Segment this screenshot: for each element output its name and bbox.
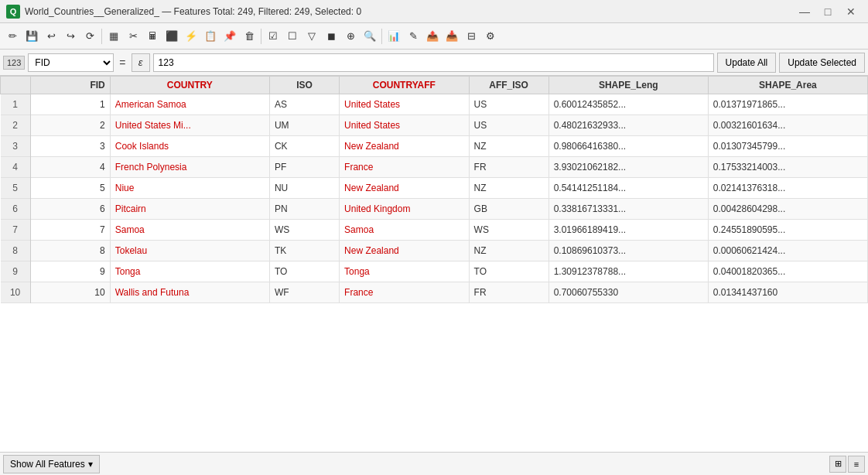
country-cell: Samoa: [110, 220, 269, 241]
title-bar: Q World_Countries__Generalized_ — Featur…: [0, 0, 868, 23]
table-row[interactable]: 33Cook IslandsCKNew ZealandNZ0.980664163…: [1, 136, 868, 157]
save-button[interactable]: 💾: [22, 27, 41, 46]
table-row[interactable]: 55NiueNUNew ZealandNZ0.54141251184...0.0…: [1, 178, 868, 199]
row-num-header: [1, 77, 31, 94]
shape-area-cell: 0.02141376318...: [708, 178, 867, 199]
add-col-button[interactable]: ▦: [104, 27, 123, 46]
country-cell: Niue: [110, 178, 269, 199]
equals-sign: =: [117, 56, 128, 69]
row-number: 8: [1, 241, 31, 261]
iso-header[interactable]: ISO: [269, 77, 339, 94]
countryaff-cell: France: [340, 157, 470, 178]
reload-button[interactable]: ⟳: [80, 27, 99, 46]
iso-cell: CK: [269, 136, 339, 157]
shape-leng-cell: 0.98066416380...: [548, 136, 708, 157]
aff-iso-header[interactable]: AFF_ISO: [469, 77, 548, 94]
edit2-button[interactable]: ✎: [404, 27, 422, 46]
table-header-row: FID COUNTRY ISO COUNTRYAFF AFF_ISO SHAPE…: [1, 77, 868, 94]
list-icon-button[interactable]: ≡: [848, 456, 865, 473]
row-number: 10: [1, 282, 31, 303]
pan-button[interactable]: 🔍: [361, 27, 379, 46]
separator-3: [381, 29, 382, 44]
shape-area-cell: 0.01371971865...: [708, 94, 867, 115]
aff-iso-cell: FR: [469, 157, 548, 178]
stats-button[interactable]: 📊: [384, 27, 403, 46]
table-row[interactable]: 44French PolynesiaPFFranceFR3.9302106218…: [1, 157, 868, 178]
close-button[interactable]: ✕: [840, 3, 862, 20]
shape-leng-cell: 0.33816713331...: [548, 199, 708, 220]
shape-area-cell: 0.01307345799...: [708, 136, 867, 157]
zoom-button[interactable]: ⊕: [341, 27, 360, 46]
update-all-button[interactable]: Update All: [717, 53, 777, 73]
shape-leng-header[interactable]: SHAPE_Leng: [548, 77, 708, 94]
row-number: 6: [1, 199, 31, 220]
show-all-features-button[interactable]: Show All Features ▾: [3, 455, 100, 473]
aff-iso-cell: TO: [469, 261, 548, 282]
export-button[interactable]: 📤: [423, 27, 442, 46]
table-row[interactable]: 77SamoaWSSamoaWS3.01966189419...0.245518…: [1, 220, 868, 241]
field-type-badge: 123: [3, 56, 25, 70]
fid-header[interactable]: FID: [30, 77, 110, 94]
expression-bar: 123 FID COUNTRY ISO COUNTRYAFF AFF_ISO S…: [0, 50, 868, 76]
conditional-button[interactable]: ⬛: [162, 27, 181, 46]
delete-row-button[interactable]: 🗑: [240, 27, 258, 46]
undo-button[interactable]: ↩: [42, 27, 60, 46]
config-button[interactable]: ⚙: [481, 27, 500, 46]
fid-cell: 4: [30, 157, 110, 178]
shape-area-cell: 0.04001820365...: [708, 261, 867, 282]
fid-cell: 8: [30, 241, 110, 261]
shape-leng-cell: 3.01966189419...: [548, 220, 708, 241]
redo-button[interactable]: ↪: [61, 27, 80, 46]
attribute-table[interactable]: FID COUNTRY ISO COUNTRYAFF AFF_ISO SHAPE…: [0, 76, 868, 452]
dock-button[interactable]: ⊟: [462, 27, 480, 46]
paste-button[interactable]: 📌: [220, 27, 239, 46]
table-row[interactable]: 1010Wallis and FutunaWFFranceFR0.7006075…: [1, 282, 868, 303]
iso-cell: TO: [269, 261, 339, 282]
countryaff-header[interactable]: COUNTRYAFF: [340, 77, 470, 94]
country-cell: French Polynesia: [110, 157, 269, 178]
minimize-button[interactable]: —: [794, 3, 815, 20]
country-header[interactable]: COUNTRY: [110, 77, 269, 94]
fid-cell: 2: [30, 115, 110, 136]
update-selected-button[interactable]: Update Selected: [779, 53, 865, 73]
table-row[interactable]: 22United States Mi...UMUnited StatesUS0.…: [1, 115, 868, 136]
import-button[interactable]: 📥: [443, 27, 461, 46]
table-row[interactable]: 99TongaTOTongaTO1.30912378788...0.040018…: [1, 261, 868, 282]
aff-iso-cell: NZ: [469, 136, 548, 157]
show-selected-button[interactable]: ◼: [322, 27, 340, 46]
countryaff-cell: New Zealand: [340, 136, 470, 157]
shape-area-header[interactable]: SHAPE_Area: [708, 77, 867, 94]
action-button[interactable]: ⚡: [182, 27, 200, 46]
maximize-button[interactable]: □: [817, 3, 839, 20]
countryaff-cell: France: [340, 282, 470, 303]
table-row[interactable]: 11American SamoaASUnited StatesUS0.60012…: [1, 94, 868, 115]
separator-2: [261, 29, 261, 44]
countryaff-cell: United States: [340, 94, 470, 115]
countryaff-cell: Tonga: [340, 261, 470, 282]
iso-cell: PN: [269, 199, 339, 220]
aff-iso-cell: FR: [469, 282, 548, 303]
shape-leng-cell: 0.54141251184...: [548, 178, 708, 199]
copy-button[interactable]: 📋: [201, 27, 220, 46]
table-row[interactable]: 88TokelauTKNew ZealandNZ0.10869610373...…: [1, 241, 868, 261]
table-row[interactable]: 66PitcairnPNUnited KingdomGB0.3381671333…: [1, 199, 868, 220]
field-dropdown[interactable]: FID COUNTRY ISO COUNTRYAFF AFF_ISO SHAPE…: [29, 56, 113, 69]
shape-leng-cell: 1.30912378788...: [548, 261, 708, 282]
expression-input[interactable]: [153, 53, 714, 72]
row-number: 1: [1, 94, 31, 115]
grid-icon-button[interactable]: ⊞: [829, 456, 846, 473]
row-number: 3: [1, 136, 31, 157]
countryaff-cell: Samoa: [340, 220, 470, 241]
row-number: 7: [1, 220, 31, 241]
deselect-button[interactable]: ☐: [283, 27, 302, 46]
edit-button[interactable]: ✏: [3, 27, 22, 46]
field-selector[interactable]: FID COUNTRY ISO COUNTRYAFF AFF_ISO SHAPE…: [28, 53, 114, 72]
filter-button[interactable]: ▽: [302, 27, 321, 46]
open-calc-button[interactable]: 🖩: [143, 27, 162, 46]
shape-leng-cell: 3.93021062182...: [548, 157, 708, 178]
select-all-button[interactable]: ☑: [264, 27, 282, 46]
shape-area-cell: 0.00321601634...: [708, 115, 867, 136]
aff-iso-cell: NZ: [469, 241, 548, 261]
delete-col-button[interactable]: ✂: [124, 27, 142, 46]
epsilon-button[interactable]: ε: [132, 53, 150, 72]
